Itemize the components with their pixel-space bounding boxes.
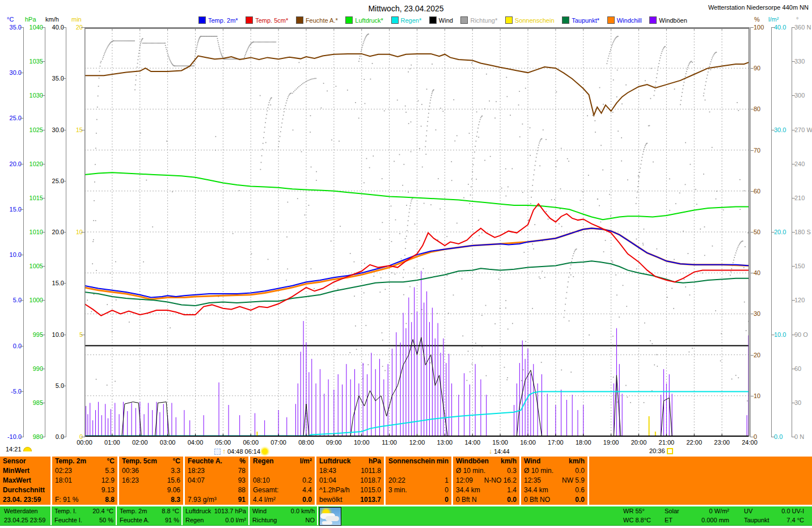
sunrise-arrow-icon: ↑ <box>222 447 226 455</box>
table-cell-value: 0.0 <box>507 495 517 505</box>
table-cell-value: 0.0 <box>575 466 585 476</box>
degrees-axis-tick-label: 150 <box>794 263 805 269</box>
percent-axis-tick <box>750 27 754 28</box>
celsius-axis-tick <box>20 437 23 437</box>
status-label: Feuchte A. <box>120 516 150 525</box>
table-column-temp5cm: Temp. 5cm°C00:363.316:2315.69.068.3 <box>119 457 183 505</box>
legend-item-sonnenschein[interactable]: Sonnenschein <box>505 16 555 24</box>
table-row: 18:431011.8 <box>316 466 384 476</box>
x-axis-hour-label: 15:00 <box>486 439 514 446</box>
degrees-axis-tick-label: 30 <box>794 399 801 406</box>
percent-axis-tick <box>750 314 754 314</box>
moonrise-icon <box>23 447 32 451</box>
degrees-axis-tick-label: 90 O <box>794 331 808 338</box>
moonrise-time-annotation: 14:21 <box>6 446 32 453</box>
degrees-axis-tick <box>792 95 795 96</box>
percent-axis-tick-label: 10 <box>754 392 760 399</box>
status-label: Wind <box>252 506 267 516</box>
legend-item-richtung[interactable]: Richtung* <box>460 16 497 24</box>
legend-item-taupunkt[interactable]: Taupunkt* <box>562 16 599 24</box>
legend-item-temp2m[interactable]: Temp. 2m* <box>198 16 238 24</box>
table-cell-value: N-NO 16.2 <box>484 476 517 485</box>
legend-color-box-icon <box>562 16 569 24</box>
legend-color-box-icon <box>429 16 437 24</box>
status-line: Solar0 W/m² <box>662 506 731 516</box>
table-row: 9.06 <box>119 485 183 495</box>
table-row: 12:09N-NO 16.2 <box>453 476 519 485</box>
x-axis-hour-label: 00:00 <box>70 439 99 446</box>
degrees-axis-tick <box>792 335 795 335</box>
x-axis-hour-label: 05:00 <box>209 439 237 446</box>
kmh-axis-tick <box>62 232 66 233</box>
table-row: 02:235.3 <box>52 466 117 476</box>
axis-annotation-group: ↓14:44 <box>489 447 510 455</box>
table-cell-value: NW 5.9 <box>562 476 585 485</box>
table-cell-value: 12.9 <box>102 476 115 485</box>
table-row: 34.4 km0.6 <box>521 485 587 495</box>
hpa-axis-tick <box>41 164 45 164</box>
percent-axis-tick <box>750 191 754 192</box>
status-cell-0: Wetterdaten23.04.25 23:59 <box>2 506 50 525</box>
percent-axis-tick-label: 90 <box>754 65 760 71</box>
legend-item-wind[interactable]: Wind <box>429 16 453 24</box>
table-cell-value: 4.4 <box>302 485 312 495</box>
table-cell-label: 20:22 <box>388 476 405 485</box>
lm2-axis-tick <box>771 130 775 130</box>
hpa-axis-tick <box>41 198 45 198</box>
table-cell-value: 1013.7 <box>360 495 381 505</box>
kmh-axis-tick <box>62 78 66 79</box>
legend-item-windchill[interactable]: Windchill <box>607 16 642 24</box>
celsius-axis-tick <box>20 73 23 73</box>
status-separator <box>116 506 117 525</box>
x-axis-hour-label: 08:00 <box>292 439 320 446</box>
table-cell-label: 12:35 <box>524 476 541 485</box>
table-cell-label: Sensor <box>3 457 26 466</box>
legend-item-luftdruck[interactable]: Luftdruck* <box>345 16 383 24</box>
x-axis-hour-label: 23:00 <box>708 439 736 446</box>
kmh-axis-tick <box>62 386 66 386</box>
degrees-axis-tick <box>792 266 795 267</box>
table-cell-label: Gesamt: <box>253 485 278 495</box>
table-row: Ø 10 min.0.0 <box>521 466 587 476</box>
degrees-axis-tick <box>792 130 795 130</box>
table-cell-label: MinWert <box>3 466 29 476</box>
x-axis-hour-label: 18:00 <box>569 439 598 446</box>
table-row: 34.4 km1.4 <box>453 485 519 495</box>
table-row: Windkm/h <box>521 457 587 466</box>
table-cell-value: 9.13 <box>102 485 115 495</box>
legend-item-label: Feuchte A.* <box>306 17 338 24</box>
table-cell-value: 9.06 <box>167 485 180 495</box>
table-cell-label: Durchschnitt <box>3 485 45 495</box>
legend-item-label: Richtung* <box>470 17 497 24</box>
table-cell-label: bewölkt <box>319 495 342 505</box>
richtung-dots-series <box>87 33 749 403</box>
table-cell-value: °C <box>173 457 180 466</box>
legend-item-feuchtea[interactable]: Feuchte A.* <box>296 16 338 24</box>
legend-item-temp5cm[interactable]: Temp. 5cm* <box>246 16 288 24</box>
degrees-axis-tick-label: 120 <box>794 297 805 303</box>
x-axis-hour-label: 12:00 <box>403 439 432 446</box>
percent-axis-tick <box>750 396 754 396</box>
table-cell-value: 1011.8 <box>361 466 381 476</box>
table-row: 88 <box>185 485 248 495</box>
table-cell-value: °C <box>107 457 115 466</box>
x-axis-hour-label: 09:00 <box>320 439 348 446</box>
table-cell-value: 1018.7 <box>360 476 381 485</box>
legend-item-windben[interactable]: Windböen <box>649 16 687 24</box>
kmh-axis-tick <box>62 27 66 28</box>
celsius-axis-tick <box>20 255 23 255</box>
chart-plot-area[interactable] <box>84 27 750 437</box>
legend-item-regen[interactable]: Regen* <box>391 16 422 24</box>
status-value: 8.8 °C <box>162 506 179 516</box>
table-cell-label: 18:01 <box>55 476 72 485</box>
degrees-axis-tick <box>792 437 795 437</box>
table-cell-label: 4.4 l/m² <box>253 495 276 505</box>
status-label: Taupunkt <box>744 516 769 525</box>
degrees-axis-tick <box>792 198 795 198</box>
percent-axis-tick-label: 30 <box>754 310 760 317</box>
table-cell-label: F: 91 % <box>55 495 78 505</box>
weather-station-app: Mittwoch, 23.04.2025 Wetterstation Niede… <box>0 0 812 528</box>
cloud-icon <box>325 516 339 521</box>
table-cell-label: Ø 10 min. <box>524 466 553 476</box>
status-value: 7.4 °C <box>786 516 804 525</box>
